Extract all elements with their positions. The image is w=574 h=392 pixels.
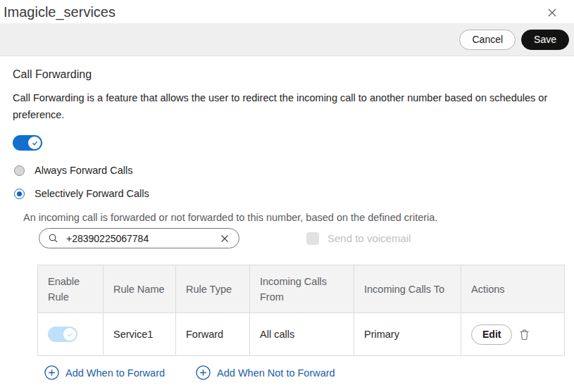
- cancel-button[interactable]: Cancel: [459, 30, 516, 50]
- close-icon[interactable]: [546, 6, 559, 19]
- table-row: Service1 Forward All calls Primary Edit: [38, 313, 565, 356]
- number-search-box[interactable]: [39, 228, 239, 248]
- action-bar: Cancel Save: [0, 23, 574, 56]
- radio-label: Always Forward Calls: [35, 165, 132, 176]
- check-icon: [31, 139, 39, 147]
- add-when-not-to-forward-label: Add When Not to Forward: [217, 367, 335, 379]
- radio-label: Selectively Forward Calls: [35, 188, 149, 199]
- add-when-to-forward-link[interactable]: Add When to Forward: [44, 365, 165, 380]
- add-links-row: Add When to Forward Add When Not to Forw…: [44, 365, 564, 380]
- header-actions: Actions: [461, 265, 565, 313]
- section-heading: Call Forwarding: [13, 68, 564, 81]
- header-enable-rule: Enable Rule: [38, 265, 104, 313]
- add-when-not-to-forward-link[interactable]: Add When Not to Forward: [196, 365, 335, 380]
- edit-rule-button[interactable]: Edit: [471, 324, 512, 345]
- cell-incoming-calls-to: Primary: [354, 313, 461, 356]
- page-title: Imagicle_services: [4, 4, 116, 20]
- criteria-note: An incoming call is forwarded or not for…: [23, 212, 564, 223]
- voicemail-checkbox[interactable]: [306, 232, 319, 245]
- cell-actions: Edit: [461, 313, 565, 356]
- cell-enable-rule: [38, 313, 104, 356]
- rule-enable-toggle[interactable]: [48, 327, 77, 342]
- cell-rule-name: Service1: [104, 313, 176, 356]
- toggle-thumb: [28, 137, 41, 149]
- call-forwarding-toggle[interactable]: [13, 135, 42, 151]
- clear-search-icon[interactable]: [219, 233, 230, 244]
- section-description: Call Forwarding is a feature that allows…: [13, 89, 563, 123]
- check-icon: [66, 331, 74, 339]
- radio-selected-icon: [14, 189, 25, 199]
- table-header-row: Enable Rule Rule Name Rule Type Incoming…: [38, 265, 565, 313]
- header-incoming-calls-from: Incoming Calls From: [250, 265, 354, 313]
- plus-circle-icon: [44, 365, 59, 380]
- radio-always-forward[interactable]: Always Forward Calls: [13, 162, 564, 179]
- radio-unselected-icon: [14, 165, 25, 176]
- header-incoming-calls-to: Incoming Calls To: [354, 265, 461, 313]
- header-rule-type: Rule Type: [176, 265, 250, 313]
- cell-rule-type: Forward: [176, 313, 250, 356]
- add-when-to-forward-label: Add When to Forward: [65, 367, 165, 379]
- send-to-voicemail-option: Send to voicemail: [306, 232, 411, 245]
- modal-header: Imagicle_services: [0, 0, 574, 23]
- controls-row: Send to voicemail: [39, 228, 564, 248]
- cell-incoming-calls-from: All calls: [250, 313, 354, 356]
- header-rule-name: Rule Name: [104, 265, 176, 313]
- radio-selectively-forward[interactable]: Selectively Forward Calls: [13, 185, 564, 202]
- save-button[interactable]: Save: [521, 30, 569, 50]
- delete-rule-icon[interactable]: [519, 329, 530, 341]
- voicemail-label: Send to voicemail: [327, 232, 411, 244]
- toggle-thumb: [63, 328, 76, 341]
- plus-circle-icon: [196, 365, 211, 380]
- call-forwarding-section: Call Forwarding Call Forwarding is a fea…: [0, 56, 574, 380]
- forwarding-rules-table: Enable Rule Rule Name Rule Type Incoming…: [37, 265, 565, 356]
- search-icon: [48, 233, 58, 244]
- number-search-input[interactable]: [65, 232, 219, 245]
